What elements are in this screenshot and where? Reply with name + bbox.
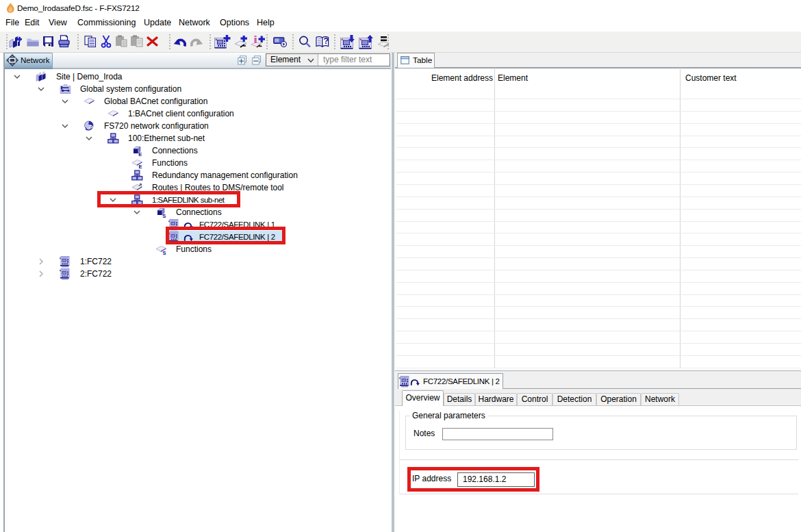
svg-text:S: S — [163, 250, 166, 255]
svg-text:E: E — [138, 151, 142, 157]
svg-text:E: E — [139, 164, 142, 169]
svg-text:?: ? — [324, 36, 329, 46]
svg-text:S: S — [162, 213, 166, 218]
